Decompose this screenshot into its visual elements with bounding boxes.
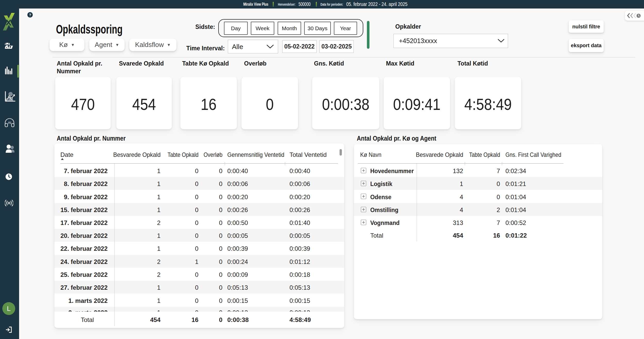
svg-text:AI: AI: [8, 121, 11, 125]
